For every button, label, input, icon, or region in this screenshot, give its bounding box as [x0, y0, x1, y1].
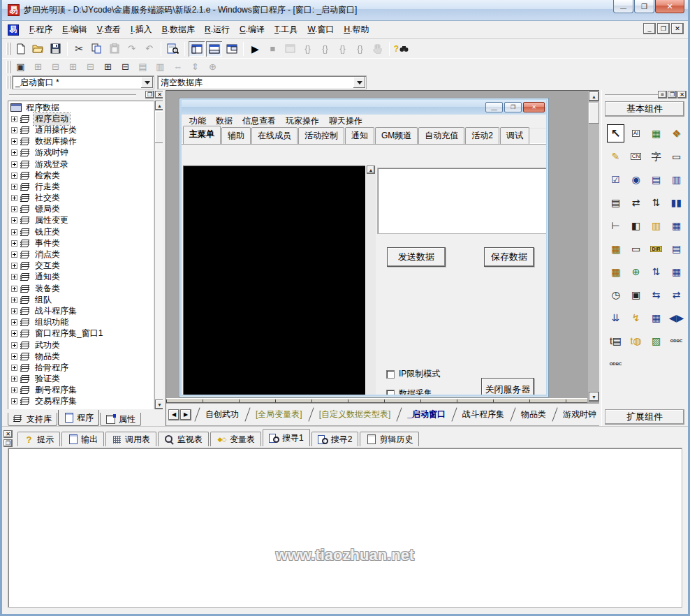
checkbox-icon[interactable]: [386, 390, 395, 395]
expand-plus-icon[interactable]: [11, 297, 17, 303]
find-replace-icon[interactable]: [165, 41, 181, 57]
panel-close-button[interactable]: ✕: [677, 91, 687, 98]
hscrollbar-icon[interactable]: ⇄: [627, 193, 645, 212]
tree-item[interactable]: 通知类: [10, 272, 163, 283]
menu-item[interactable]: H.帮助: [339, 22, 374, 38]
dir-box-icon[interactable]: DIR: [647, 240, 665, 258]
expand-plus-icon[interactable]: [11, 319, 17, 325]
output-tab[interactable]: 监视表: [158, 432, 209, 446]
tree-item[interactable]: 事件类: [10, 237, 163, 249]
tree-item[interactable]: 社交类: [10, 193, 163, 204]
title-bar[interactable]: 易 梦回光明顶 - D:\JYcode\金庸服务端源码\新版2.1.e - Wi…: [2, 0, 688, 21]
tree-item[interactable]: 钱庄类: [10, 226, 163, 237]
menu-item[interactable]: V.查看: [92, 22, 126, 38]
global-find-icon[interactable]: ?: [393, 41, 409, 57]
expand-plus-icon[interactable]: [11, 195, 17, 201]
expand-plus-icon[interactable]: [11, 217, 17, 223]
inner-tab[interactable]: 辅助: [221, 127, 251, 144]
menu-item[interactable]: W.窗口: [302, 22, 339, 38]
window-tab[interactable]: 战斗程序集: [451, 404, 510, 425]
option-list-icon[interactable]: ▤: [607, 193, 624, 212]
scroll-down-icon[interactable]: ▼: [589, 392, 599, 402]
inner-tab[interactable]: 通知: [345, 127, 374, 144]
run-to-cursor-icon[interactable]: {}: [352, 41, 368, 57]
combobox-icon[interactable]: ▤: [647, 170, 665, 189]
printer-icon[interactable]: ▣: [627, 286, 645, 304]
make-same-height-icon[interactable]: ⊟: [47, 59, 64, 75]
open-file-icon[interactable]: [30, 41, 46, 57]
port-icon[interactable]: ⇅: [647, 263, 665, 281]
inner-restore-button[interactable]: ❐: [504, 102, 522, 112]
step-over-icon[interactable]: {}: [317, 41, 333, 57]
expand-plus-icon[interactable]: [11, 161, 17, 168]
console-scrollbar[interactable]: ▲ ▼: [366, 166, 376, 395]
minimize-button[interactable]: [613, 0, 633, 13]
panel-header[interactable]: ≡ ❐ ✕: [603, 91, 687, 99]
center-vertical-icon[interactable]: ⊟: [117, 59, 133, 75]
expand-plus-icon[interactable]: [11, 184, 17, 190]
tree-item[interactable]: 行走类: [10, 181, 163, 192]
inner-menu-item[interactable]: 聊天操作: [324, 115, 367, 129]
toolbar-grip[interactable]: [6, 43, 8, 55]
tree-item[interactable]: 数据库操作: [10, 136, 163, 147]
tab-scroll-right-icon[interactable]: ▶: [180, 409, 191, 420]
window-tab[interactable]: 游戏时钟: [552, 404, 601, 425]
expand-plus-icon[interactable]: [11, 342, 17, 349]
space-across-icon[interactable]: ⊞: [65, 59, 81, 75]
layout-bottom-icon[interactable]: [206, 41, 222, 57]
save-data-button[interactable]: 保存数据: [484, 247, 534, 267]
inner-tab[interactable]: 活动控制: [298, 127, 344, 144]
updown-icon[interactable]: ⇅: [647, 193, 665, 212]
output-tab[interactable]: 输出: [61, 432, 104, 446]
window-tab[interactable]: [全局变量表]: [244, 404, 308, 425]
expand-plus-icon[interactable]: [11, 398, 17, 404]
data-input-box[interactable]: [377, 168, 546, 234]
rich-edit-icon[interactable]: ✎: [607, 147, 624, 166]
pause-hand-icon[interactable]: [369, 41, 386, 57]
output-tab[interactable]: 搜寻1: [263, 429, 310, 446]
timer-icon[interactable]: ◷: [607, 286, 624, 304]
redo-icon[interactable]: ↷: [124, 41, 140, 57]
tree-item[interactable]: 游戏登录: [10, 159, 163, 170]
output-tab[interactable]: 变量表: [210, 432, 261, 446]
output-tab[interactable]: 搜寻2: [311, 432, 359, 446]
slider-icon[interactable]: ⊢: [607, 217, 624, 235]
odbc-single-icon[interactable]: ODBC: [607, 355, 624, 373]
paste-icon[interactable]: [106, 41, 122, 57]
expand-plus-icon[interactable]: [11, 149, 17, 156]
data-grid-icon[interactable]: ▦: [647, 309, 665, 327]
expand-plus-icon[interactable]: [11, 330, 17, 337]
panel-close-button[interactable]: ✕: [3, 430, 13, 438]
console-display-area[interactable]: [183, 166, 365, 395]
tab-scroll-left-icon[interactable]: ◀: [168, 409, 179, 420]
inner-menu-item[interactable]: 玩家操作: [281, 115, 324, 129]
window-tab[interactable]: 物品类: [510, 404, 552, 425]
left-panel-tab[interactable]: 属性: [100, 413, 141, 426]
calendar-icon[interactable]: ▦: [607, 240, 624, 258]
inner-close-button[interactable]: ✕: [523, 102, 545, 112]
same-size-v-icon[interactable]: ⇕: [187, 59, 203, 75]
expand-plus-icon[interactable]: [11, 116, 17, 122]
tree-item[interactable]: 装备类: [10, 283, 163, 294]
window-selector-combobox[interactable]: _启动窗口 *: [12, 75, 154, 89]
startup-form-window[interactable]: ❐ ✕ 功能数据信息查看玩家操作聊天操作 主菜单辅助在线成员活动控制通知GM频道…: [179, 98, 549, 397]
tool-window-icon[interactable]: ▦: [668, 263, 685, 281]
tree-item[interactable]: 删号程序集: [10, 385, 163, 396]
close-button[interactable]: [655, 0, 684, 13]
panel-restore-button[interactable]: ❐: [145, 91, 154, 98]
tree-root[interactable]: 程序数据: [10, 102, 163, 113]
panel-grip[interactable]: [605, 94, 659, 96]
panel-restore-button[interactable]: ❐: [668, 91, 677, 98]
radio-button-icon[interactable]: ◉: [627, 170, 645, 189]
expand-plus-icon[interactable]: [11, 138, 17, 145]
tree-item[interactable]: 通用操作类: [10, 124, 163, 135]
program-tree[interactable]: 程序数据 程序启动 通用操作类: [8, 101, 164, 409]
panel-menu-button[interactable]: ≡: [658, 91, 667, 98]
scrollbar-thumb[interactable]: [589, 103, 599, 124]
run-icon[interactable]: ▶: [247, 41, 263, 57]
chevron-down-icon[interactable]: [353, 77, 365, 88]
stop-icon[interactable]: ■: [265, 41, 281, 57]
tree-item[interactable]: 交易程序集: [10, 396, 163, 407]
scroll-up-icon[interactable]: ▲: [367, 166, 375, 174]
expand-plus-icon[interactable]: [11, 353, 17, 360]
